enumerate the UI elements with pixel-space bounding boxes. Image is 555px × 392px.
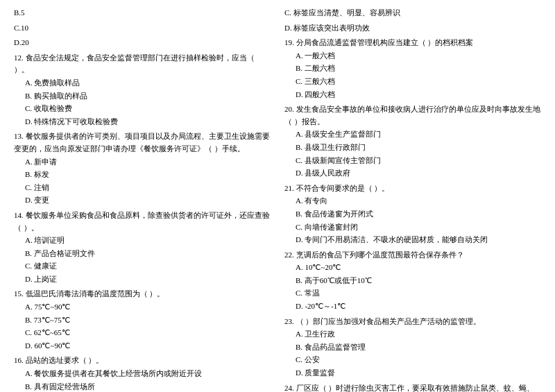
question-21: 21. 不符合专间要求的是（ ）。 A. 有专向 B. 食品传递窗为开闭式 C.…	[284, 182, 541, 246]
q18-option-d-block: D. 标签应该突出表明功效	[284, 22, 541, 35]
question-20-text: 20. 发生食品安全事故的单位和接收病人进行治疗的单位应及时向事故发生地（ ）报…	[284, 103, 541, 128]
q12-option-b: B. 购买抽取的样品	[25, 90, 271, 103]
q16-option-b: B. 具有固定经营场所	[25, 381, 271, 392]
page-container: B.5 C.10 D.20 12. 食品安全法规定，食品安全监督管理部门在进行抽…	[14, 7, 541, 392]
question-14-text: 14. 餐饮服务单位采购食品和食品原料，除查验供货者的许可证外，还应查验（ ）。	[14, 210, 271, 234]
q18-option-d: D. 标签应该突出表明功效	[284, 22, 541, 35]
q18-option-c: C. 标签应当清楚、明显、容易辨识	[284, 7, 541, 19]
option-d20-text: D.20	[14, 38, 29, 46]
question-14: 14. 餐饮服务单位采购食品和食品原料，除查验供货者的许可证外，还应查验（ ）。…	[14, 210, 271, 286]
question-13: 13. 餐饮服务提供者的许可类别、项目项目以及办局流程、主要卫生设施需要变更的，…	[14, 130, 271, 207]
q15-option-d: D. 60℃~90℃	[25, 340, 271, 352]
left-column: B.5 C.10 D.20 12. 食品安全法规定，食品安全监督管理部门在进行抽…	[14, 7, 271, 392]
q13-option-d: D. 变更	[25, 194, 271, 207]
q12-option-d: D. 特殊情况下可收取检验费	[25, 116, 271, 128]
question-15: 15. 低温巴氏消毒法消毒的温度范围为（ ）。 A. 75℃~90℃ B. 73…	[14, 288, 271, 352]
q13-option-a: A. 新申请	[25, 156, 271, 169]
q13-option-c: C. 注销	[25, 182, 271, 194]
question-16: 16. 品站的选址要求（ ）。 A. 餐饮服务提供者在其餐饮上经营场所内或附近开…	[14, 355, 271, 392]
option-b5: B.5	[14, 7, 271, 19]
q12-option-a: A. 免费抽取样品	[25, 77, 271, 90]
q14-option-c: C. 健康证	[25, 260, 271, 273]
question-16-options: A. 餐饮服务提供者在其餐饮上经营场所内或附近开设 B. 具有固定经营场所 C.…	[14, 368, 271, 392]
q20-option-b: B. 县级卫生行政部门	[296, 142, 541, 154]
question-19-options: A. 一般六档 B. 二般六档 C. 三般六档 D. 四般六档	[284, 50, 541, 101]
question-21-text: 21. 不符合专间要求的是（ ）。	[284, 182, 541, 195]
question-19: 19. 分局食品流通监督管理机构应当建立（ ）的档积档案 A. 一般六档 B. …	[284, 37, 541, 101]
question-23-options: A. 卫生行政 B. 食品药品监督管理 C. 公安 D. 质量监督	[284, 328, 541, 379]
option-b5-text: B.5	[14, 8, 25, 17]
question-13-text: 13. 餐饮服务提供者的许可类别、项目项目以及办局流程、主要卫生设施需要变更的，…	[14, 130, 271, 155]
q16-option-a: A. 餐饮服务提供者在其餐饮上经营场所内或附近开设	[25, 368, 271, 380]
q22-option-b: B. 高于60℃或低于10℃	[296, 275, 541, 287]
q15-option-c: C. 62℃~65℃	[25, 327, 271, 339]
option-d20: D.20	[14, 37, 271, 49]
question-15-options: A. 75℃~90℃ B. 73℃~75℃ C. 62℃~65℃ D. 60℃~…	[14, 301, 271, 352]
question-20: 20. 发生食品安全事故的单位和接收病人进行治疗的单位应及时向事故发生地（ ）报…	[284, 103, 541, 180]
right-column: C. 标签应当清楚、明显、容易辨识 D. 标签应该突出表明功效 19. 分局食品…	[284, 7, 541, 392]
question-22-options: A. 10℃~20℃ B. 高于60℃或低于10℃ C. 常温 D. -20℃～…	[284, 262, 541, 312]
question-24: 24. 厂区应（ ）时进行除虫灭害工作，要采取有效措施防止鼠类、蚊、蝇、虫虫等的…	[284, 382, 541, 392]
option-c10: C.10	[14, 22, 271, 35]
q23-option-c: C. 公安	[296, 354, 541, 366]
q14-option-d: D. 上岗证	[25, 273, 271, 286]
q18-option-c-block: C. 标签应当清楚、明显、容易辨识	[284, 7, 541, 19]
q14-option-b: B. 产品合格证明文件	[25, 248, 271, 260]
q21-option-d: D. 专间门不用易清洁、不吸水的硬固材质，能够自动关闭	[296, 234, 541, 246]
question-20-options: A. 县级安全生产监督部门 B. 县级卫生行政部门 C. 县级新闻宣传主管部门 …	[284, 128, 541, 179]
question-14-options: A. 培训证明 B. 产品合格证明文件 C. 健康证 D. 上岗证	[14, 235, 271, 285]
question-12-options: A. 免费抽取样品 B. 购买抽取的样品 C. 收取检验费 D. 特殊情况下可收…	[14, 77, 271, 128]
question-12-text: 12. 食品安全法规定，食品安全监督管理部门在进行抽样检验时，应当（ ）。	[14, 52, 271, 76]
q21-option-b: B. 食品传递窗为开闭式	[296, 208, 541, 221]
q13-option-b: B. 标发	[25, 169, 271, 181]
question-16-text: 16. 品站的选址要求（ ）。	[14, 355, 271, 367]
question-23-text: 23. （ ）部门应当加强对食品相关产品生产活动的监管理。	[284, 316, 541, 328]
question-15-text: 15. 低温巴氏消毒法消毒的温度范围为（ ）。	[14, 288, 271, 300]
question-22: 22. 烹调后的食品下列哪个温度范围最符合保存条件？ A. 10℃~20℃ B.…	[284, 249, 541, 313]
q19-option-b: B. 二般六档	[296, 62, 541, 75]
q15-option-b: B. 73℃~75℃	[25, 314, 271, 327]
q20-option-a: A. 县级安全生产监督部门	[296, 128, 541, 141]
question-24-text: 24. 厂区应（ ）时进行除虫灭害工作，要采取有效措施防止鼠类、蚊、蝇、虫虫等的…	[284, 382, 541, 392]
question-23: 23. （ ）部门应当加强对食品相关产品生产活动的监管理。 A. 卫生行政 B.…	[284, 316, 541, 380]
q23-option-a: A. 卫生行政	[296, 328, 541, 341]
q12-option-c: C. 收取检验费	[25, 103, 271, 115]
q19-option-d: D. 四般六档	[296, 89, 541, 101]
q22-option-a: A. 10℃~20℃	[296, 262, 541, 274]
q22-option-c: C. 常温	[296, 287, 541, 300]
q20-option-d: D. 县级人民政府	[296, 167, 541, 180]
q23-option-b: B. 食品药品监督管理	[296, 341, 541, 354]
q14-option-a: A. 培训证明	[25, 235, 271, 247]
q21-option-a: A. 有专向	[296, 195, 541, 207]
q19-option-a: A. 一般六档	[296, 50, 541, 62]
q21-option-c: C. 向墙传递窗封闭	[296, 221, 541, 234]
q19-option-c: C. 三般六档	[296, 76, 541, 88]
q23-option-d: D. 质量监督	[296, 367, 541, 380]
q15-option-a: A. 75℃~90℃	[25, 301, 271, 314]
option-c10-text: C.10	[14, 24, 28, 32]
question-21-options: A. 有专向 B. 食品传递窗为开闭式 C. 向墙传递窗封闭 D. 专间门不用易…	[284, 195, 541, 246]
question-13-options: A. 新申请 B. 标发 C. 注销 D. 变更	[14, 156, 271, 207]
question-12: 12. 食品安全法规定，食品安全监督管理部门在进行抽样检验时，应当（ ）。 A.…	[14, 52, 271, 128]
q20-option-c: C. 县级新闻宣传主管部门	[296, 155, 541, 167]
question-19-text: 19. 分局食品流通监督管理机构应当建立（ ）的档积档案	[284, 37, 541, 49]
question-22-text: 22. 烹调后的食品下列哪个温度范围最符合保存条件？	[284, 249, 541, 262]
q22-option-d: D. -20℃～-1℃	[296, 300, 541, 313]
